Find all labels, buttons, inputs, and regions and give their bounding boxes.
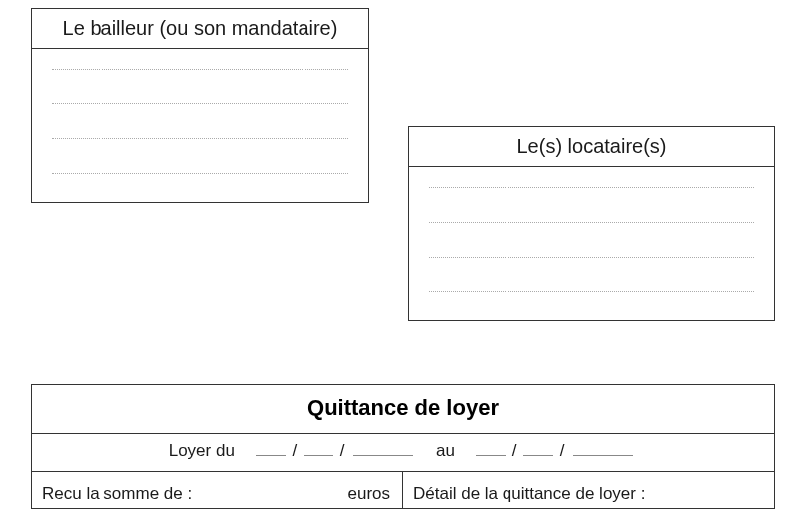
amount-unit: euros <box>347 484 390 504</box>
bailleur-box: Le bailleur (ou son mandataire) <box>31 8 369 203</box>
bailleur-body <box>32 49 368 202</box>
date-year-to[interactable] <box>573 455 633 456</box>
quittance-box: Quittance de loyer Loyer du / / au / / R… <box>31 384 775 509</box>
date-prefix: Loyer du <box>169 441 235 460</box>
date-mid: au <box>436 441 455 460</box>
bailleur-line[interactable] <box>52 173 348 174</box>
amount-label: Recu la somme de : <box>42 484 192 504</box>
detail-left-cell: Recu la somme de : euros <box>32 472 403 508</box>
locataire-line[interactable] <box>429 291 754 292</box>
locataire-box: Le(s) locataire(s) <box>408 126 775 321</box>
date-day-to[interactable] <box>476 455 506 456</box>
locataire-line[interactable] <box>429 257 754 258</box>
quittance-date-row: Loyer du / / au / / <box>32 434 774 472</box>
quittance-detail-row: Recu la somme de : euros Détail de la qu… <box>32 472 774 508</box>
locataire-header: Le(s) locataire(s) <box>409 127 774 167</box>
bailleur-line[interactable] <box>52 138 348 139</box>
quittance-title: Quittance de loyer <box>32 385 774 434</box>
locataire-body <box>409 167 774 320</box>
date-slash: / <box>512 441 517 460</box>
date-month-to[interactable] <box>523 455 553 456</box>
locataire-line[interactable] <box>429 222 754 223</box>
date-month-from[interactable] <box>304 455 333 456</box>
locataire-line[interactable] <box>429 187 754 188</box>
bailleur-line[interactable] <box>52 69 348 70</box>
detail-right-cell: Détail de la quittance de loyer : <box>403 472 774 508</box>
date-year-from[interactable] <box>353 455 413 456</box>
bailleur-header: Le bailleur (ou son mandataire) <box>32 9 368 49</box>
date-slash: / <box>560 441 565 460</box>
date-slash: / <box>293 441 298 460</box>
date-day-from[interactable] <box>256 455 286 456</box>
bailleur-line[interactable] <box>52 103 348 104</box>
date-slash: / <box>340 441 345 460</box>
detail-right-label: Détail de la quittance de loyer : <box>413 484 645 503</box>
